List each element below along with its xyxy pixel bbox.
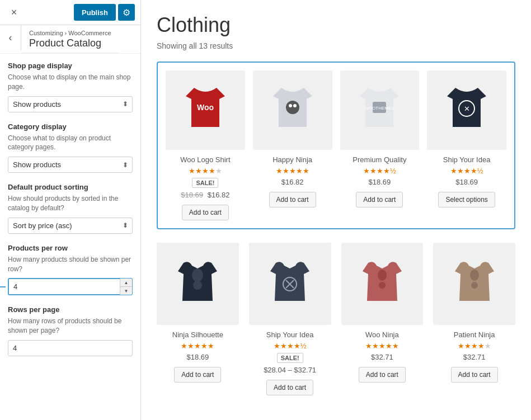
product-name[interactable]: Woo Logo Shirt <box>180 155 230 164</box>
sidebar: × Publish ⚙ ‹ Customizing › WooCommerce … <box>0 0 141 420</box>
breadcrumb-area: Customizing › WooCommerce Product Catalo… <box>21 25 119 53</box>
product-image: Woo <box>166 70 245 150</box>
product-name[interactable]: Woo Ninja <box>365 331 399 339</box>
product-image <box>249 243 331 325</box>
product-stars: ★★★★★ <box>189 167 222 175</box>
product-stars: ★★★★★ <box>458 342 491 350</box>
rows-per-page-desc: How many rows of products should be show… <box>8 317 133 336</box>
svg-point-5 <box>293 104 297 107</box>
category-display-desc: Choose what to display on product catego… <box>8 134 133 153</box>
product-name[interactable]: Ship Your Idea <box>266 331 314 339</box>
sidebar-content: Shop page display Choose what to display… <box>0 54 140 420</box>
shop-display-desc: Choose what to display on the main shop … <box>8 73 133 92</box>
products-per-row-desc: How many products should be shown per ro… <box>8 255 133 274</box>
products-row-1: Woo Woo Logo Shirt ★★★★★ SALE! $18.69 $1… <box>157 62 515 229</box>
default-sorting-select[interactable]: Sort by price (asc) Sort by price (desc)… <box>8 218 133 234</box>
svg-point-18 <box>471 282 478 289</box>
sale-badge: SALE! <box>277 353 303 363</box>
svg-point-11 <box>193 281 202 290</box>
default-sorting-section: Default product sorting How should produ… <box>8 183 133 234</box>
product-image <box>433 243 515 325</box>
svg-point-16 <box>379 282 386 289</box>
products-per-row-section: Products per row How many products shoul… <box>8 244 133 296</box>
product-name[interactable]: Patient Ninja <box>454 331 495 339</box>
product-price: $32.71 <box>463 353 486 361</box>
page-title: Clothing <box>157 13 515 37</box>
product-price: $18.69 <box>368 178 391 186</box>
header-actions: Publish ⚙ <box>74 4 135 21</box>
category-display-select[interactable]: Show products Show categories Show categ… <box>8 157 133 173</box>
product-stars: ★★★★½ <box>450 167 483 175</box>
section-title: Product Catalog <box>29 37 111 49</box>
rows-per-page-input[interactable]: 4 <box>8 340 133 356</box>
add-to-cart-button[interactable]: Add to cart <box>451 367 498 383</box>
product-image: ✕ <box>427 70 506 150</box>
default-sorting-desc: How should products by sorted in the cat… <box>8 194 133 213</box>
main-content: Clothing Showing all 13 results Woo Woo … <box>141 0 531 420</box>
add-to-cart-button[interactable]: Add to cart <box>182 205 229 220</box>
products-per-row-input[interactable]: 4 <box>8 278 133 295</box>
breadcrumb: Customizing › WooCommerce <box>29 30 111 36</box>
add-to-cart-button[interactable]: Add to cart <box>174 367 221 383</box>
product-card: Ninja Silhouette ★★★★★ $18.69 Add to car… <box>157 243 239 395</box>
product-price: $28.04 – $32.71 <box>264 366 316 374</box>
product-name[interactable]: Premium Quality <box>353 155 406 164</box>
svg-point-4 <box>289 104 292 107</box>
product-price: $18.69 $16.82 <box>181 191 229 199</box>
product-price: $18.69 <box>186 353 209 361</box>
product-card: Woo Ninja ★★★★★ $32.71 Add to cart <box>341 243 424 395</box>
products-row-2: Ninja Silhouette ★★★★★ $18.69 Add to car… <box>157 243 515 395</box>
number-spinners: ▲ ▼ <box>120 279 132 295</box>
product-price: $18.69 <box>455 178 478 186</box>
shop-display-select[interactable]: Show products Show categories Show categ… <box>8 96 133 112</box>
product-name[interactable]: Happy Ninja <box>272 155 312 164</box>
shop-display-title: Shop page display <box>8 62 133 70</box>
rows-per-page-section: Rows per page How many rows of products … <box>8 305 133 356</box>
product-price: $32.71 <box>371 353 393 361</box>
product-stars: ★★★★½ <box>363 167 396 175</box>
publish-button[interactable]: Publish <box>74 4 116 21</box>
products-per-row-input-wrapper: 4 ▲ ▼ <box>8 278 133 295</box>
add-to-cart-button[interactable]: Add to cart <box>359 367 406 383</box>
decrement-button[interactable]: ▼ <box>120 287 132 295</box>
product-name[interactable]: Ninja Silhouette <box>172 331 223 339</box>
svg-point-15 <box>378 270 387 281</box>
select-options-button[interactable]: Select options <box>438 192 495 207</box>
product-card: Patient Ninja ★★★★★ $32.71 Add to cart <box>433 243 515 395</box>
svg-point-17 <box>470 270 479 281</box>
svg-text:✕: ✕ <box>464 105 470 113</box>
product-image <box>341 243 424 325</box>
shop-page-display-section: Shop page display Choose what to display… <box>8 62 133 112</box>
rows-per-page-title: Rows per page <box>8 305 133 314</box>
svg-text:WOOTHEMES: WOOTHEMES <box>365 106 394 111</box>
default-sorting-select-wrapper: Sort by price (asc) Sort by price (desc)… <box>8 218 133 234</box>
svg-text:Woo: Woo <box>197 103 214 112</box>
sale-badge: SALE! <box>192 178 218 188</box>
product-stars: ★★★★★ <box>365 342 399 350</box>
product-image: WOOTHEMES <box>340 70 420 150</box>
back-button[interactable]: ‹ <box>0 25 21 50</box>
increment-button[interactable]: ▲ <box>120 279 132 287</box>
breadcrumb-row: ‹ Customizing › WooCommerce Product Cata… <box>0 25 140 54</box>
add-to-cart-button[interactable]: Add to cart <box>356 192 403 207</box>
add-to-cart-button[interactable]: Add to cart <box>266 380 313 395</box>
sidebar-header: × Publish ⚙ <box>0 0 140 25</box>
product-stars: ★★★★★ <box>276 167 309 175</box>
close-button[interactable]: × <box>6 4 22 21</box>
gear-button[interactable]: ⚙ <box>118 4 135 21</box>
category-display-title: Category display <box>8 122 133 131</box>
category-display-select-wrapper: Show products Show categories Show categ… <box>8 157 133 173</box>
default-sorting-title: Default product sorting <box>8 183 133 191</box>
product-card: WOOTHEMES Premium Quality ★★★★½ $18.69 A… <box>340 70 420 220</box>
shop-display-select-wrapper: Show products Show categories Show categ… <box>8 96 133 112</box>
product-price: $16.82 <box>281 178 304 186</box>
category-display-section: Category display Choose what to display … <box>8 122 133 173</box>
product-stars: ★★★★½ <box>274 342 307 350</box>
add-to-cart-button[interactable]: Add to cart <box>269 192 316 207</box>
product-card: Happy Ninja ★★★★★ $16.82 Add to cart <box>253 70 332 220</box>
product-card: ✕ Ship Your Idea ★★★★½ $18.69 Select opt… <box>427 70 506 220</box>
product-name[interactable]: Ship Your Idea <box>443 155 491 164</box>
arrow-indicator <box>0 282 7 292</box>
svg-point-10 <box>192 268 203 282</box>
product-card: Woo Woo Logo Shirt ★★★★★ SALE! $18.69 $1… <box>166 70 245 220</box>
